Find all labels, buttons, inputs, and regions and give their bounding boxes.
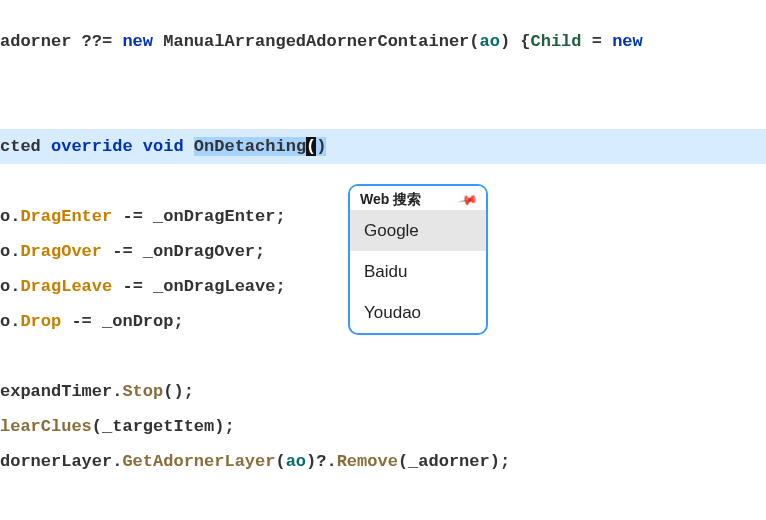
method-stop: Stop <box>122 382 163 401</box>
code-text: cted <box>0 137 51 156</box>
paren: ( <box>275 452 285 471</box>
code-text: o. <box>0 242 20 261</box>
code-text: dornerLayer. <box>0 452 122 471</box>
code-text: o. <box>0 277 20 296</box>
method-remove: Remove <box>337 452 398 471</box>
code-text: (); <box>163 382 194 401</box>
keyword-new: new <box>612 32 643 51</box>
menu-item-google[interactable]: Google <box>350 210 486 251</box>
prop-dragenter: DragEnter <box>20 207 112 226</box>
code-line[interactable]: adorner ??= new ManualArrangedAdornerCon… <box>0 24 766 59</box>
menu-title: Web 搜索 <box>360 192 421 206</box>
code-text: (_adorner); <box>398 452 510 471</box>
blank-line <box>0 94 766 129</box>
code-line[interactable]: dornerLayer.GetAdornerLayer(ao)?.Remove(… <box>0 444 766 479</box>
code-text <box>133 137 143 156</box>
keyword-override: override <box>51 137 133 156</box>
menu-item-youdao[interactable]: Youdao <box>350 292 486 333</box>
paren: ( <box>469 32 479 51</box>
prop-dragleave: DragLeave <box>20 277 112 296</box>
code-text <box>184 137 194 156</box>
code-line-current[interactable]: cted override void OnDetaching() <box>0 129 766 164</box>
prop-drop: Drop <box>20 312 61 331</box>
selection-method-name: OnDetaching <box>194 137 306 156</box>
selection-paren: ) <box>316 137 326 156</box>
member-child: Child <box>531 32 582 51</box>
code-text: -= _onDragLeave; <box>112 277 285 296</box>
text-caret: ( <box>306 137 316 156</box>
method-clearclues: learClues <box>0 417 92 436</box>
code-text: adorner ??= <box>0 32 122 51</box>
code-text <box>153 32 163 51</box>
code-text: -= _onDrop; <box>61 312 183 331</box>
param-ao: ao <box>286 452 306 471</box>
param-ao: ao <box>480 32 500 51</box>
keyword-void: void <box>143 137 184 156</box>
code-text: o. <box>0 312 20 331</box>
pin-icon[interactable]: 📌 <box>460 193 476 206</box>
code-text: (_targetItem); <box>92 417 235 436</box>
code-text: ) { <box>500 32 531 51</box>
web-search-context-menu[interactable]: Web 搜索 📌 Google Baidu Youdao <box>348 184 488 335</box>
blank-line <box>0 339 766 374</box>
code-text: = <box>582 32 613 51</box>
code-line[interactable]: learClues(_targetItem); <box>0 409 766 444</box>
blank-line <box>0 59 766 94</box>
code-text: -= _onDragOver; <box>102 242 265 261</box>
code-line[interactable]: expandTimer.Stop(); <box>0 374 766 409</box>
prop-dragover: DragOver <box>20 242 102 261</box>
code-editor[interactable]: adorner ??= new ManualArrangedAdornerCon… <box>0 0 766 520</box>
menu-header: Web 搜索 📌 <box>350 186 486 210</box>
code-text: expandTimer. <box>0 382 122 401</box>
code-text: o. <box>0 207 20 226</box>
code-text <box>643 32 653 51</box>
code-text: )?. <box>306 452 337 471</box>
code-text: -= _onDragEnter; <box>112 207 285 226</box>
type-name: ManualArrangedAdornerContainer <box>163 32 469 51</box>
method-getadornerlayer: GetAdornerLayer <box>122 452 275 471</box>
keyword-new: new <box>122 32 153 51</box>
menu-item-baidu[interactable]: Baidu <box>350 251 486 292</box>
